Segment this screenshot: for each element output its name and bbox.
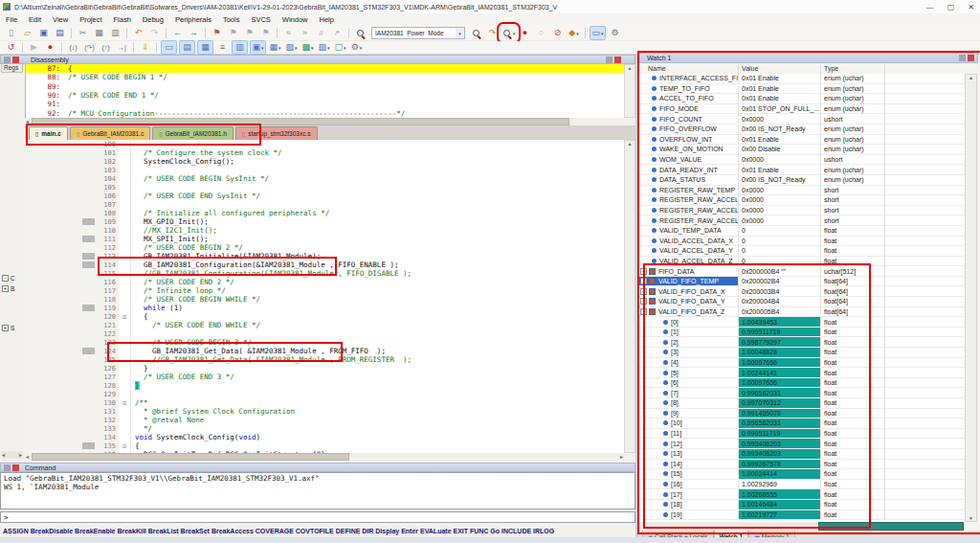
watch-value-cell[interactable]: 0x200005B4 (739, 307, 821, 317)
watch-value-cell[interactable]: 0.993408203 (739, 449, 821, 459)
watch-row[interactable]: [16]1.00292969float (638, 480, 965, 490)
run-to-cursor-button[interactable]: →| (115, 41, 129, 54)
clear-bookmarks-button[interactable]: ⚑ (258, 27, 273, 39)
breakpoint-margin[interactable] (25, 260, 80, 269)
watch-name-cell[interactable]: VALID_ACCEL_DATA_X (638, 237, 739, 246)
scroll-left-icon[interactable]: ◄ (25, 119, 30, 124)
tab-gebrabit-iam20381-c[interactable]: ▯GebraBit_IAM20381.c (70, 126, 150, 140)
dock-close-icon[interactable] (12, 57, 19, 63)
breakpoint-margin[interactable] (25, 329, 80, 338)
watch-value-cell[interactable]: 0x200000B4 "" (739, 266, 821, 276)
breakpoint-margin[interactable] (25, 407, 80, 416)
breakpoint-margin[interactable] (25, 148, 80, 157)
watch-row[interactable]: VALID_ACCEL_DATA_Y0float (638, 246, 965, 257)
watch-value-cell[interactable]: 1.00097656 (739, 378, 821, 388)
watch-name-cell[interactable]: [18] (638, 500, 739, 509)
watch-value-cell[interactable]: 0x200004B4 (739, 297, 821, 306)
dock-pin-icon[interactable] (4, 464, 11, 471)
watch-value-cell[interactable]: 1.00048828 (739, 348, 821, 357)
watch-row[interactable]: +VALID_FIFO_TEMP0x200002B4float[64] (638, 277, 965, 287)
breakpoint-margin[interactable] (25, 304, 80, 312)
watch-value-cell[interactable]: 1.00146484 (739, 500, 821, 509)
watch-name-cell[interactable]: [14] (638, 460, 739, 469)
insert-breakpoint-button[interactable]: ● (518, 27, 532, 39)
watch-name-cell[interactable]: +VALID_FIFO_TEMP (638, 277, 739, 286)
watch-name-cell[interactable]: VALID_ACCEL_DATA_Y (638, 246, 739, 256)
watch-value-cell[interactable]: 0.996582031 (739, 388, 821, 397)
collapse-icon[interactable]: - (2, 275, 9, 282)
step-into-button[interactable]: (↓) (66, 41, 80, 54)
analysis-window-button[interactable]: ▩▾ (301, 41, 315, 54)
find-text-combo[interactable]: IAM20381_Power_Mode▾ (371, 27, 465, 39)
register-group-s[interactable]: +S (2, 325, 14, 331)
watch-row[interactable]: [14]0.999267578float (638, 460, 965, 470)
breakpoint-margin[interactable] (25, 312, 80, 321)
code-editor[interactable]: 100101 /* Configure the system clock */1… (25, 140, 624, 453)
menu-edit[interactable]: Edit (23, 13, 47, 26)
breakpoint-margin[interactable] (25, 269, 80, 278)
menu-project[interactable]: Project (74, 13, 107, 26)
watch-name-cell[interactable]: FIFO_COUNT (638, 114, 739, 124)
watch-value-cell[interactable]: 0x00 IS_NOT_Ready (739, 124, 821, 134)
step-over-button[interactable]: (↷) (82, 41, 97, 54)
minimize-button[interactable]: — (926, 3, 934, 11)
fold-icon[interactable]: ⊟ (119, 441, 131, 450)
watch-value-cell[interactable]: 0.991455078 (739, 409, 821, 419)
watch-value-cell[interactable]: 0x0000 (739, 206, 821, 215)
watch-name-cell[interactable]: [19] (638, 510, 739, 520)
watch-value-cell[interactable]: 1.00439453 (739, 317, 821, 327)
symbols-window-button[interactable]: ▦ (197, 40, 213, 55)
watch-value-cell[interactable]: 0x01 Enable (739, 84, 821, 94)
breakpoint-margin[interactable] (25, 398, 80, 407)
watch-row[interactable]: +VALID_FIFO_DATA_Y0x200004B4float[64] (638, 297, 965, 307)
watch-row[interactable]: -VALID_FIFO_DATA_Z0x200005B4float[64] (638, 307, 965, 318)
new-file-button[interactable]: ▯ (4, 27, 18, 39)
watch-name-cell[interactable]: VALID_ACCEL_DATA_Z (638, 257, 739, 266)
save-button[interactable]: ▣ (36, 27, 51, 39)
register-group-c[interactable]: -C (2, 275, 15, 282)
tab-gebrabit-iam20381-h[interactable]: ▯GebraBit_IAM20381.h (152, 126, 234, 140)
memory-window-button[interactable]: ▦▾ (268, 41, 282, 54)
system-viewer-button[interactable]: ▢▾ (333, 41, 347, 54)
watch-row[interactable]: [11]0.999511719float (638, 429, 965, 440)
watch-value-cell[interactable]: 0 (739, 237, 821, 246)
breakpoint-margin[interactable] (25, 390, 80, 398)
watch-name-cell[interactable]: TEMP_TO_FIFO (638, 84, 739, 94)
fold-icon[interactable]: ⊟ (119, 312, 131, 321)
breakpoint-margin[interactable] (25, 243, 80, 252)
watch-row[interactable]: VALID_TEMP_DATA0float (638, 226, 965, 237)
menu-tools[interactable]: Tools (217, 13, 246, 26)
watch-value-cell[interactable]: 0x01 Enable (739, 135, 821, 145)
watch-value-cell[interactable]: 0.998779297 (739, 337, 821, 347)
watch-name-cell[interactable]: REGISTER_RAW_ACCEL_Z (638, 215, 739, 225)
watch-row[interactable]: REGISTER_RAW_ACCEL_Z0x0000short (638, 215, 965, 226)
breakpoint-margin[interactable] (25, 433, 80, 441)
expand-icon[interactable]: + (640, 278, 647, 284)
breakpoint-margin[interactable] (25, 373, 80, 381)
menu-peripherals[interactable]: Peripherals (169, 13, 217, 26)
disassembly-vscrollbar[interactable]: ▲ (624, 64, 635, 118)
watch-table[interactable]: INTERFACE_ACCESS_FIFO0x01 Enableenum (uc… (638, 74, 965, 522)
watch-name-cell[interactable]: [7] (638, 388, 739, 397)
toolbox-button[interactable]: ⚙▾ (349, 41, 364, 54)
column-header-name[interactable]: Name (638, 63, 739, 74)
column-header-type[interactable]: Type (821, 63, 885, 74)
watch-row[interactable]: [0]1.00439453float (638, 317, 965, 328)
comment-button[interactable]: // (314, 27, 328, 39)
watch-name-cell[interactable]: +VALID_FIFO_DATA_X (638, 286, 739, 296)
watch-name-cell[interactable]: +VALID_FIFO_DATA_Y (638, 297, 739, 306)
disassembly-close-icon[interactable] (614, 57, 621, 63)
breakpoint-margin[interactable] (25, 364, 80, 373)
trace-window-button[interactable]: ▧▾ (317, 41, 331, 54)
menu-debug[interactable]: Debug (137, 13, 169, 26)
watch-name-cell[interactable]: [3] (638, 348, 739, 357)
watch-name-cell[interactable]: ACCEL_TO_FIFO (638, 94, 739, 103)
breakpoint-margin[interactable] (25, 200, 80, 209)
breakpoint-margin[interactable] (25, 217, 80, 226)
watch-row[interactable]: INTERFACE_ACCESS_FIFO0x01 Enableenum (uc… (638, 74, 965, 84)
watch-value-cell[interactable]: 0x200002B4 (739, 277, 821, 286)
watch-name-cell[interactable]: [6] (638, 378, 739, 388)
registers-window-button[interactable]: ≡ (215, 41, 230, 54)
watch-name-cell[interactable]: WAKE_ON_MOTION (638, 145, 739, 154)
watch-value-cell[interactable]: 0x200003B4 (739, 286, 821, 296)
